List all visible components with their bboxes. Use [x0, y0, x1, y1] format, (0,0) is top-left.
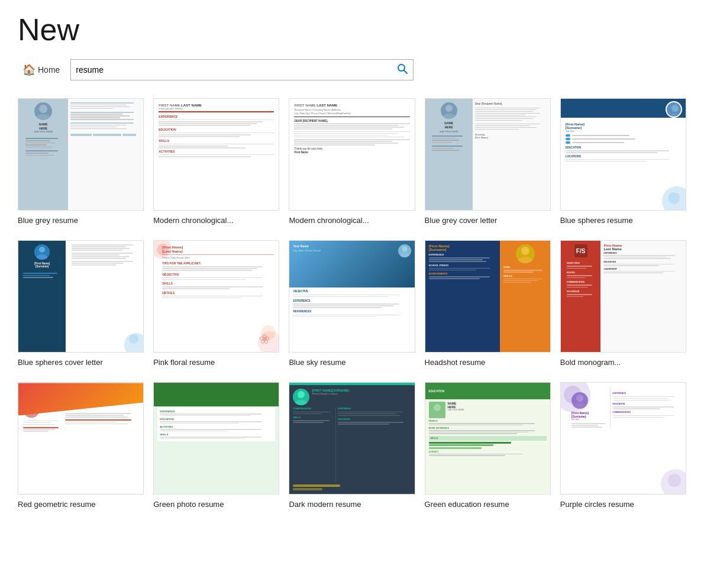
template-thumbnail: NAMEHERE JOB TITLE HERE Dear [Recipient … — [425, 98, 551, 211]
svg-point-7 — [669, 114, 682, 118]
home-label: Home — [38, 65, 60, 75]
template-thumbnail: [First Name][Surname] — [18, 240, 144, 353]
template-thumbnail: [First Name] [Surname] Job Title — [560, 98, 686, 211]
template-item[interactable]: Education NAMEHERE JOB TITLE HERE PROFIL… — [425, 382, 551, 510]
template-item[interactable]: [First Name] [Surname] Experience School… — [425, 240, 551, 368]
search-button[interactable] — [392, 60, 413, 80]
template-thumbnail: F/S Objectives School Communication Volu… — [560, 240, 686, 353]
template-item[interactable]: [First Name] [Surname] — [18, 382, 144, 510]
svg-point-6 — [671, 105, 679, 112]
template-thumbnail: Your Name City, State | Phone | Email Ob… — [289, 240, 415, 353]
template-item[interactable]: FIRST NAME LAST NAME Recipient Name | Co… — [289, 98, 415, 226]
svg-line-1 — [404, 70, 408, 73]
template-label: Blue grey resume — [18, 215, 144, 226]
template-item[interactable]: [First Name][Surname] Experience Educati… — [153, 382, 279, 510]
svg-point-13 — [518, 257, 533, 263]
template-label: Blue grey cover letter — [425, 215, 551, 226]
template-item[interactable]: FIRST NAME LAST NAME email | phone | add… — [153, 98, 279, 226]
template-thumbnail: FIRST NAME LAST NAME email | phone | add… — [153, 98, 279, 211]
template-label: Modern chronological... — [153, 215, 279, 226]
template-label: Red geometric resume — [18, 499, 144, 510]
template-thumbnail: [First Name][Surname] Experience Educati… — [153, 382, 279, 495]
home-button[interactable]: 🏠 Home — [18, 61, 64, 79]
svg-point-3 — [36, 114, 50, 120]
template-label: Modern chronological... — [289, 215, 415, 226]
svg-point-12 — [521, 247, 529, 255]
template-label: Blue spheres resume — [560, 215, 686, 226]
svg-point-21 — [431, 413, 444, 418]
templates-grid: NAMEHERE JOB TITLE HERE — [18, 98, 686, 511]
template-label: Blue sky resume — [289, 357, 415, 368]
template-item[interactable]: [FIRST NAME][SURNAME] Phone | Email | Lo… — [289, 382, 415, 510]
template-thumbnail: [First Name] [Last Name] Phone | City | … — [153, 240, 279, 353]
svg-point-10 — [402, 247, 407, 252]
template-label: Green photo resume — [153, 499, 279, 510]
template-item[interactable]: [First Name][Surname] — [18, 240, 144, 368]
search-input[interactable] — [71, 60, 392, 80]
template-thumbnail: [First Name] [Surname] Job Title Experie… — [560, 382, 686, 495]
template-label: Pink floral resume — [153, 357, 279, 368]
search-icon — [396, 63, 408, 77]
template-label: Blue spheres cover letter — [18, 357, 144, 368]
template-item[interactable]: [First Name] [Surname] Job Title — [560, 98, 686, 226]
template-thumbnail: NAMEHERE JOB TITLE HERE — [18, 98, 144, 211]
svg-point-18 — [298, 391, 305, 398]
template-thumbnail: [First Name] [Surname] — [18, 382, 144, 495]
svg-point-20 — [434, 404, 441, 411]
template-item[interactable]: [First Name] [Last Name] Phone | City | … — [153, 240, 279, 368]
template-thumbnail: FIRST NAME LAST NAME Recipient Name | Co… — [289, 98, 415, 211]
template-thumbnail: [FIRST NAME][SURNAME] Phone | Email | Lo… — [289, 382, 415, 495]
template-thumbnail: [First Name] [Surname] Experience School… — [425, 240, 551, 353]
search-bar: 🏠 Home — [18, 59, 686, 80]
template-label: Purple circles resume — [560, 499, 686, 510]
svg-point-2 — [39, 105, 47, 113]
svg-point-19 — [295, 400, 308, 405]
template-item[interactable]: F/S Objectives School Communication Volu… — [560, 240, 686, 368]
svg-point-5 — [443, 114, 456, 119]
template-thumbnail: Education NAMEHERE JOB TITLE HERE PROFIL… — [425, 382, 551, 495]
svg-point-11 — [399, 253, 410, 257]
svg-point-8 — [39, 247, 45, 253]
template-item[interactable]: Your Name City, State | Phone | Email Ob… — [289, 240, 415, 368]
template-label: Green education resume — [425, 499, 551, 510]
page-title: New — [18, 12, 686, 47]
template-item[interactable]: [First Name] [Surname] Job Title Experie… — [560, 382, 686, 510]
template-label: Dark modern resume — [289, 499, 415, 510]
svg-point-9 — [36, 254, 48, 260]
template-item[interactable]: NAMEHERE JOB TITLE HERE Dear [Recipient … — [425, 98, 551, 226]
search-input-wrapper — [70, 59, 414, 80]
template-item[interactable]: NAMEHERE JOB TITLE HERE — [18, 98, 144, 226]
svg-point-4 — [445, 105, 453, 112]
template-label: Bold monogram... — [560, 357, 686, 368]
home-icon: 🏠 — [22, 63, 35, 76]
template-label: Headshot resume — [425, 357, 551, 368]
